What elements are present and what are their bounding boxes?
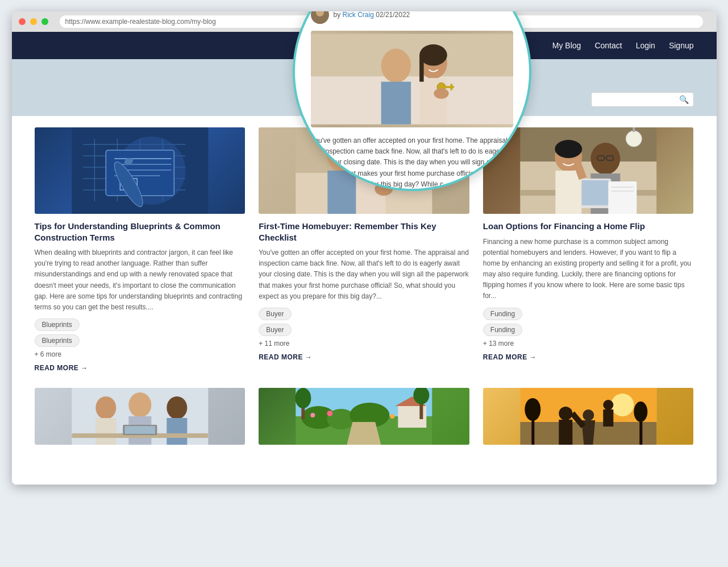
search-box: 🔍	[591, 92, 694, 107]
svg-point-58	[555, 140, 582, 158]
card-image-blueprints	[35, 127, 246, 214]
author-text: by Rick Craig 02/21/2022	[334, 11, 410, 19]
more-tags-homebuyer: + 11 more	[259, 340, 469, 347]
magnifier-content: First-Time Homebuyer: Remember This Key …	[295, 11, 529, 191]
svg-point-94	[611, 394, 634, 416]
tag-row-loan-2: Funding	[483, 324, 694, 336]
svg-marker-81	[347, 422, 381, 445]
svg-point-82	[327, 411, 332, 416]
tag-blueprints-2[interactable]: Blueprints	[35, 334, 80, 347]
svg-rect-5	[381, 82, 410, 125]
svg-rect-64	[633, 127, 635, 132]
svg-rect-12	[450, 84, 452, 90]
svg-point-0	[316, 11, 324, 16]
svg-point-4	[381, 49, 410, 83]
svg-point-103	[525, 398, 540, 421]
magnifier-overlay: First-Time Homebuyer: Remember This Key …	[293, 11, 531, 191]
card-title-homebuyer: First-Time Homebuyer: Remember This Key …	[259, 221, 469, 243]
svg-point-1	[313, 17, 327, 24]
card-image-family	[483, 388, 694, 445]
nav-login[interactable]: Login	[636, 41, 655, 50]
author-name: Rick Craig	[343, 11, 374, 19]
svg-point-13	[434, 88, 448, 99]
card-title-blueprints: Tips for Understanding Blueprints & Comm…	[35, 221, 246, 243]
site-content: First-Time Homebuyer: Remember This Key …	[12, 32, 717, 485]
svg-point-99	[603, 400, 613, 410]
card-image-meeting	[35, 388, 246, 445]
card-image-garden	[259, 388, 469, 445]
card-garden	[259, 388, 469, 452]
read-more-loan[interactable]: READ MORE →	[483, 353, 694, 361]
tag-buyer-1[interactable]: Buyer	[259, 308, 291, 320]
svg-point-63	[626, 131, 642, 147]
card-excerpt-loan: Financing a new home purchase is a commo…	[483, 237, 694, 302]
svg-rect-71	[167, 418, 187, 445]
tag-row-loan: Funding	[483, 308, 694, 320]
nav-my-blog[interactable]: My Blog	[552, 41, 581, 50]
svg-rect-67	[95, 418, 116, 445]
svg-rect-100	[603, 409, 613, 427]
magnifier-author: by Rick Craig 02/21/2022	[311, 11, 513, 24]
tag-funding-1[interactable]: Funding	[483, 308, 522, 320]
svg-point-83	[390, 414, 394, 419]
tag-blueprints-1[interactable]: Blueprints	[35, 318, 80, 331]
card-meeting	[35, 388, 246, 452]
nav-contact[interactable]: Contact	[594, 41, 622, 50]
author-avatar	[311, 11, 329, 24]
maximize-dot[interactable]	[41, 18, 48, 25]
svg-point-95	[559, 407, 572, 420]
minimize-dot[interactable]	[30, 18, 37, 25]
read-more-homebuyer[interactable]: READ MORE →	[259, 353, 469, 361]
read-more-blueprints[interactable]: READ MORE →	[35, 364, 246, 372]
tag-row-homebuyer-2: Buyer	[259, 324, 469, 336]
card-blueprints: Tips for Understanding Blueprints & Comm…	[35, 127, 246, 372]
svg-point-84	[310, 413, 315, 417]
tag-row-homebuyer: Buyer	[259, 308, 469, 320]
svg-rect-60	[608, 181, 637, 214]
svg-rect-3	[311, 76, 513, 124]
magnifier-excerpt: You've gotten an offer accepted on your …	[311, 135, 513, 190]
nav-signup[interactable]: Signup	[669, 41, 694, 50]
close-dot[interactable]	[19, 18, 26, 25]
svg-rect-57	[555, 171, 581, 214]
svg-point-66	[95, 396, 116, 419]
tag-funding-2[interactable]: Funding	[483, 324, 522, 336]
magnifier-image	[311, 31, 513, 127]
svg-point-88	[295, 388, 311, 408]
blog-row-2	[35, 388, 694, 452]
card-title-loan: Loan Options for Financing a Home Flip	[483, 221, 694, 232]
browser-frame: https://www.example-realestate-blog.com/…	[12, 11, 717, 485]
svg-point-105	[634, 402, 647, 422]
more-tags-loan: + 13 more	[483, 340, 694, 347]
card-excerpt-blueprints: When dealing with blueprints and contrac…	[35, 247, 246, 313]
card-family	[483, 388, 694, 452]
tag-row-blueprints: Blueprints	[35, 318, 246, 331]
svg-point-49	[590, 143, 620, 175]
svg-point-68	[128, 392, 151, 417]
card-excerpt-homebuyer: You've gotten an offer accepted on your …	[259, 247, 469, 302]
more-tags-blueprints: + 6 more	[35, 350, 246, 358]
search-input[interactable]	[596, 96, 676, 104]
author-date: 02/21/2022	[376, 11, 410, 19]
tag-buyer-2[interactable]: Buyer	[259, 324, 291, 336]
svg-rect-9	[419, 55, 423, 82]
svg-point-70	[167, 396, 187, 419]
svg-point-97	[583, 409, 594, 421]
svg-rect-96	[559, 420, 572, 445]
url-text: https://www.example-realestate-blog.com/…	[65, 18, 216, 26]
tag-row-blueprints-2: Blueprints	[35, 334, 246, 347]
svg-rect-74	[124, 426, 155, 434]
search-button[interactable]: 🔍	[679, 95, 689, 104]
